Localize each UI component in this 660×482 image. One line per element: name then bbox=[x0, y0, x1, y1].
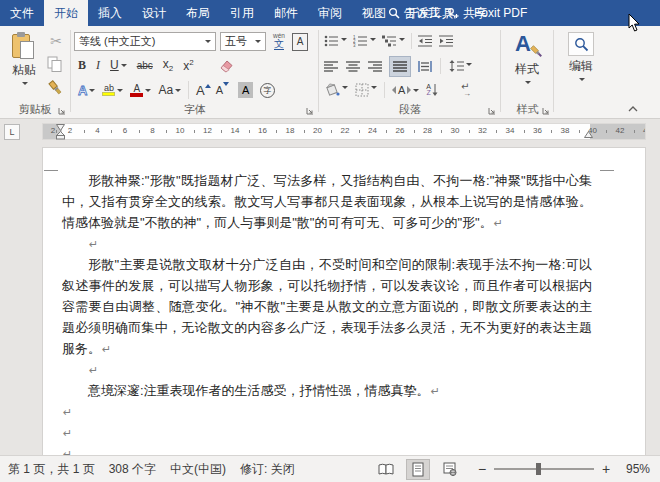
enclose-characters-button[interactable]: 字 bbox=[260, 83, 275, 98]
numbering-button[interactable]: 123 bbox=[353, 35, 376, 47]
tab-review[interactable]: 审阅 bbox=[308, 0, 352, 26]
paste-button[interactable]: 粘贴 bbox=[6, 32, 42, 88]
editing-menu-button[interactable]: 编辑 bbox=[561, 32, 601, 84]
track-changes-status[interactable]: 修订: 关闭 bbox=[240, 461, 295, 478]
zoom-slider[interactable] bbox=[494, 468, 594, 470]
tab-layout[interactable]: 布局 bbox=[176, 0, 220, 26]
doc-line[interactable]: 形散"主要是说散文取材十分广泛自由，不受时间和空间的限制:表现手法不拘一格:可以 bbox=[62, 254, 592, 275]
doc-line[interactable]: 意境深邃:注重表现作者的生活感受，抒情性强，情感真挚。↵ bbox=[62, 380, 592, 401]
font-group: 等线 (中文正文) 五号 wén 文 A B I U abc x2 x2 A a… bbox=[72, 26, 318, 118]
align-right-button[interactable] bbox=[368, 61, 382, 72]
doc-line[interactable]: ↵ bbox=[62, 233, 592, 254]
highlight-button[interactable]: ab bbox=[102, 84, 123, 96]
margin-mark-right bbox=[600, 170, 614, 171]
text-effects-button[interactable]: A bbox=[78, 83, 95, 98]
zoom-out-button[interactable]: − bbox=[476, 461, 488, 477]
font-name-select[interactable]: 等线 (中文正文) bbox=[74, 32, 216, 51]
font-color-dropdown-arrow bbox=[145, 89, 151, 95]
character-border-button[interactable]: A bbox=[292, 33, 308, 51]
clipboard-dialog-launcher[interactable] bbox=[58, 107, 66, 115]
cut-button[interactable]: ✂ bbox=[46, 32, 66, 50]
character-shading-button[interactable]: A bbox=[238, 82, 253, 98]
doc-line[interactable]: 容需要自由调整、随意变化。"神不散"主要是从散文的立意方面说的，即散文所要表达的… bbox=[62, 296, 592, 317]
doc-line[interactable]: 服务。↵ bbox=[62, 338, 592, 359]
doc-line[interactable]: ↵ bbox=[62, 401, 592, 422]
align-center-button[interactable] bbox=[346, 61, 360, 72]
bold-button[interactable]: B bbox=[78, 58, 86, 73]
tell-me-box[interactable]: 告诉我 bbox=[388, 0, 440, 26]
page-number-status[interactable]: 第 1 页，共 1 页 bbox=[8, 461, 95, 478]
tab-home[interactable]: 开始 bbox=[44, 0, 88, 26]
word-count-status[interactable]: 308 个字 bbox=[109, 461, 156, 478]
hanging-indent-marker[interactable] bbox=[56, 131, 65, 140]
line-spacing-button[interactable] bbox=[449, 60, 472, 72]
sort-button[interactable]: AZ bbox=[426, 84, 438, 96]
doc-line[interactable]: ↵ bbox=[62, 422, 592, 443]
copy-button[interactable] bbox=[47, 56, 63, 73]
tab-design[interactable]: 设计 bbox=[132, 0, 176, 26]
shrink-font-button[interactable]: A bbox=[216, 84, 223, 96]
ruler-number: 4 bbox=[95, 126, 99, 135]
multilevel-list-button[interactable] bbox=[382, 35, 405, 47]
grow-font-icon: A bbox=[196, 83, 205, 98]
align-left-button[interactable] bbox=[324, 61, 338, 72]
styles-dialog-launcher[interactable] bbox=[542, 107, 550, 115]
clear-formatting-button[interactable] bbox=[218, 58, 234, 73]
doc-line[interactable]: ↵ bbox=[62, 359, 592, 380]
doc-line[interactable]: 题必须明确而集中，无论散文的内容多么广泛，表现手法多么灵活，无不为更好的表达主题 bbox=[62, 317, 592, 338]
distributed-button[interactable] bbox=[418, 61, 432, 72]
font-color-button[interactable]: A bbox=[130, 84, 151, 97]
doc-line[interactable]: 情感体验就是"不散的神"，而人与事则是"散"的可有可无、可多可少的"形"。↵ bbox=[62, 212, 592, 233]
paragraph-mark: ↵ bbox=[101, 343, 111, 355]
horizontal-ruler[interactable]: 2 24681012141618202224262830323436384042… bbox=[43, 124, 645, 139]
italic-button[interactable]: I bbox=[96, 58, 100, 73]
tab-references[interactable]: 引用 bbox=[220, 0, 264, 26]
phonetic-guide-button[interactable]: wén 文 bbox=[270, 33, 288, 51]
paragraph-dialog-launcher[interactable] bbox=[488, 107, 496, 115]
borders-button[interactable] bbox=[355, 83, 377, 97]
change-case-button[interactable]: Aa bbox=[158, 83, 181, 97]
asian-layout-button[interactable]: A bbox=[392, 84, 419, 96]
increase-indent-button[interactable] bbox=[439, 35, 454, 47]
language-status[interactable]: 中文(中国) bbox=[170, 461, 226, 478]
subscript-button[interactable]: x2 bbox=[163, 57, 173, 73]
shading-button[interactable] bbox=[324, 83, 348, 97]
view-print-layout-button[interactable] bbox=[406, 459, 430, 480]
doc-line[interactable]: 中，又指有贯穿全文的线索。散文写人写事都只是表面现象，从根本上说写的是情感体验。 bbox=[62, 191, 592, 212]
styles-gallery-button[interactable]: A 样式 bbox=[507, 31, 547, 87]
tab-mailings[interactable]: 邮件 bbox=[264, 0, 308, 26]
view-web-layout-button[interactable] bbox=[438, 459, 462, 480]
document-text[interactable]: 形散神聚:"形散"既指题材广泛、写法多样，又指结构自由、不拘一格:"神聚"既指中… bbox=[62, 170, 592, 464]
bullets-icon bbox=[324, 35, 339, 47]
collapse-ribbon-button[interactable] bbox=[628, 106, 638, 112]
ruler-number: 36 bbox=[533, 126, 542, 135]
strikethrough-button[interactable]: abc bbox=[137, 60, 153, 71]
document-page[interactable]: 形散神聚:"形散"既指题材广泛、写法多样，又指结构自由、不拘一格:"神聚"既指中… bbox=[43, 148, 645, 455]
share-button[interactable]: 共享 bbox=[446, 0, 487, 26]
zoom-in-button[interactable]: + bbox=[600, 461, 612, 477]
underline-button[interactable]: U bbox=[110, 58, 127, 72]
show-marks-button[interactable]: ↵→ bbox=[461, 83, 471, 97]
superscript-2: 2 bbox=[189, 58, 193, 67]
grow-font-button[interactable]: A bbox=[196, 83, 205, 98]
format-painter-button[interactable] bbox=[47, 80, 64, 97]
tab-file[interactable]: 文件 bbox=[0, 0, 44, 26]
font-size-select[interactable]: 五号 bbox=[220, 32, 266, 51]
font-dialog-launcher[interactable] bbox=[306, 107, 314, 115]
superscript-button[interactable]: x2 bbox=[183, 58, 193, 73]
document-area: 形散神聚:"形散"既指题材广泛、写法多样，又指结构自由、不拘一格:"神聚"既指中… bbox=[0, 140, 660, 455]
tab-insert[interactable]: 插入 bbox=[88, 0, 132, 26]
zoom-slider-thumb[interactable] bbox=[536, 463, 541, 475]
word-window: 文件开始插入设计布局引用邮件审阅视图开发工具Foxit PDF 告诉我 共享 bbox=[0, 0, 660, 482]
doc-line[interactable]: 形散神聚:"形散"既指题材广泛、写法多样，又指结构自由、不拘一格:"神聚"既指中… bbox=[62, 170, 592, 191]
doc-line[interactable]: 叙述事件的发展，可以描写人物形象，可以托物抒情，可以发表议论，而且作者可以根据内 bbox=[62, 275, 592, 296]
zoom-level[interactable]: 95% bbox=[620, 462, 650, 476]
tab-selector[interactable]: L bbox=[4, 124, 20, 140]
first-line-indent-marker[interactable] bbox=[56, 124, 65, 131]
bullets-button[interactable] bbox=[324, 35, 347, 47]
right-indent-marker[interactable] bbox=[584, 131, 593, 139]
view-read-mode-button[interactable] bbox=[374, 459, 398, 480]
justify-button[interactable] bbox=[390, 57, 410, 76]
editing-dropdown-arrow bbox=[579, 78, 585, 84]
decrease-indent-button[interactable] bbox=[418, 35, 433, 47]
